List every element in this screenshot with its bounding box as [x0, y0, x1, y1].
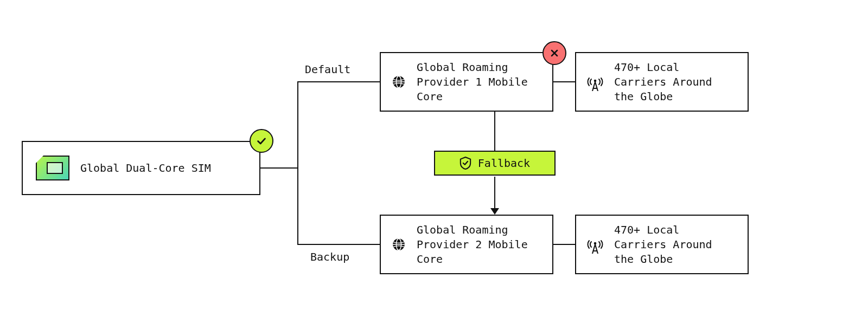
sim-label: Global Dual-Core SIM: [80, 161, 211, 176]
connector-sim-out: [260, 167, 298, 169]
shield-check-icon: [459, 157, 471, 170]
connector-split-vertical: [297, 81, 298, 245]
provider-1-title: Global Roaming Provider 1 Mobile Core: [417, 60, 539, 104]
connector-backup-branch: [297, 244, 380, 245]
sim-node: Global Dual-Core SIM: [22, 141, 260, 195]
status-ok-badge: [250, 129, 273, 153]
globe-icon: [392, 237, 406, 251]
antenna-icon: [587, 73, 603, 91]
connector-p1-to-fallback: [494, 112, 495, 151]
provider-2-title: Global Roaming Provider 2 Mobile Core: [417, 223, 539, 267]
provider-2-node: Global Roaming Provider 2 Mobile Core: [380, 215, 553, 274]
sim-card-icon: [36, 156, 69, 180]
connector-p1-to-carriers: [553, 81, 575, 82]
connector-default-branch: [297, 81, 380, 82]
close-icon: [549, 48, 560, 59]
connector-fallback-to-p2: [494, 177, 495, 210]
carriers-2-node: 470+ Local Carriers Around the Globe: [575, 215, 749, 274]
globe-icon: [392, 75, 406, 89]
status-error-badge: [542, 41, 566, 65]
fallback-label: Fallback: [478, 157, 530, 170]
check-icon: [256, 135, 267, 147]
antenna-icon: [587, 235, 603, 254]
arrowhead-down-icon: [490, 208, 499, 215]
carriers-1-text: 470+ Local Carriers Around the Globe: [614, 60, 735, 104]
carriers-2-text: 470+ Local Carriers Around the Globe: [614, 223, 735, 267]
fallback-badge: Fallback: [434, 151, 556, 176]
backup-path-label: Backup: [310, 250, 349, 263]
default-path-label: Default: [305, 63, 350, 76]
connector-p2-to-carriers: [553, 244, 575, 245]
carriers-1-node: 470+ Local Carriers Around the Globe: [575, 52, 749, 112]
provider-1-node: Global Roaming Provider 1 Mobile Core: [380, 52, 553, 112]
